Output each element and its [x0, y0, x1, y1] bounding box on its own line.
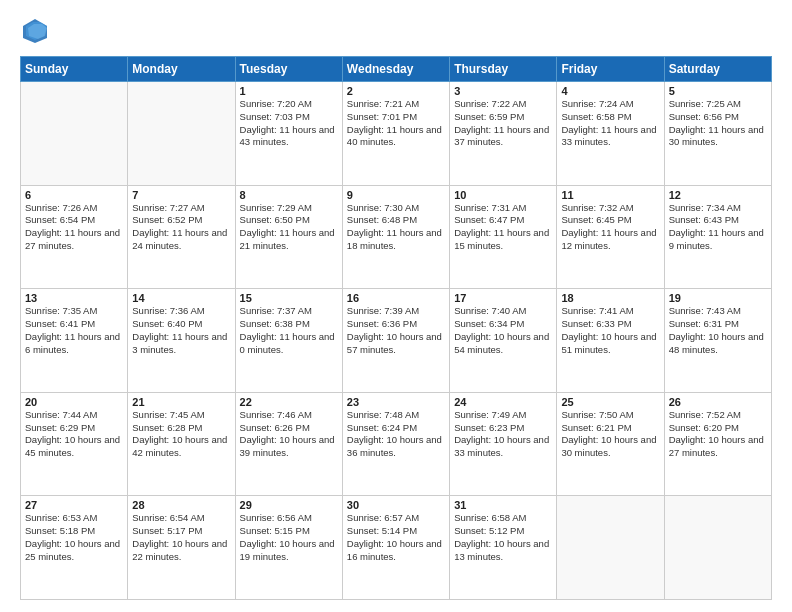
- calendar-cell: 14Sunrise: 7:36 AM Sunset: 6:40 PM Dayli…: [128, 289, 235, 393]
- day-header-monday: Monday: [128, 57, 235, 82]
- day-number: 14: [132, 292, 230, 304]
- day-detail: Sunrise: 7:25 AM Sunset: 6:56 PM Dayligh…: [669, 98, 767, 149]
- calendar-cell: 29Sunrise: 6:56 AM Sunset: 5:15 PM Dayli…: [235, 496, 342, 600]
- day-number: 22: [240, 396, 338, 408]
- calendar-header-row: SundayMondayTuesdayWednesdayThursdayFrid…: [21, 57, 772, 82]
- day-detail: Sunrise: 7:24 AM Sunset: 6:58 PM Dayligh…: [561, 98, 659, 149]
- day-header-friday: Friday: [557, 57, 664, 82]
- day-number: 6: [25, 189, 123, 201]
- day-detail: Sunrise: 7:34 AM Sunset: 6:43 PM Dayligh…: [669, 202, 767, 253]
- day-detail: Sunrise: 7:20 AM Sunset: 7:03 PM Dayligh…: [240, 98, 338, 149]
- day-number: 7: [132, 189, 230, 201]
- day-detail: Sunrise: 6:53 AM Sunset: 5:18 PM Dayligh…: [25, 512, 123, 563]
- day-detail: Sunrise: 7:32 AM Sunset: 6:45 PM Dayligh…: [561, 202, 659, 253]
- calendar-cell: 20Sunrise: 7:44 AM Sunset: 6:29 PM Dayli…: [21, 392, 128, 496]
- day-number: 16: [347, 292, 445, 304]
- day-number: 25: [561, 396, 659, 408]
- day-detail: Sunrise: 7:35 AM Sunset: 6:41 PM Dayligh…: [25, 305, 123, 356]
- day-number: 23: [347, 396, 445, 408]
- calendar-week-5: 27Sunrise: 6:53 AM Sunset: 5:18 PM Dayli…: [21, 496, 772, 600]
- calendar-cell: 10Sunrise: 7:31 AM Sunset: 6:47 PM Dayli…: [450, 185, 557, 289]
- calendar-cell: 12Sunrise: 7:34 AM Sunset: 6:43 PM Dayli…: [664, 185, 771, 289]
- page: SundayMondayTuesdayWednesdayThursdayFrid…: [0, 0, 792, 612]
- calendar-cell: 15Sunrise: 7:37 AM Sunset: 6:38 PM Dayli…: [235, 289, 342, 393]
- day-number: 10: [454, 189, 552, 201]
- day-number: 27: [25, 499, 123, 511]
- logo: [20, 16, 54, 46]
- day-detail: Sunrise: 7:29 AM Sunset: 6:50 PM Dayligh…: [240, 202, 338, 253]
- calendar-cell: 28Sunrise: 6:54 AM Sunset: 5:17 PM Dayli…: [128, 496, 235, 600]
- day-number: 3: [454, 85, 552, 97]
- calendar-cell: 26Sunrise: 7:52 AM Sunset: 6:20 PM Dayli…: [664, 392, 771, 496]
- day-detail: Sunrise: 7:36 AM Sunset: 6:40 PM Dayligh…: [132, 305, 230, 356]
- day-number: 17: [454, 292, 552, 304]
- day-number: 4: [561, 85, 659, 97]
- day-detail: Sunrise: 7:44 AM Sunset: 6:29 PM Dayligh…: [25, 409, 123, 460]
- day-detail: Sunrise: 7:46 AM Sunset: 6:26 PM Dayligh…: [240, 409, 338, 460]
- calendar-week-2: 6Sunrise: 7:26 AM Sunset: 6:54 PM Daylig…: [21, 185, 772, 289]
- calendar-cell: [557, 496, 664, 600]
- day-number: 31: [454, 499, 552, 511]
- calendar-cell: 6Sunrise: 7:26 AM Sunset: 6:54 PM Daylig…: [21, 185, 128, 289]
- calendar-cell: 22Sunrise: 7:46 AM Sunset: 6:26 PM Dayli…: [235, 392, 342, 496]
- calendar-table: SundayMondayTuesdayWednesdayThursdayFrid…: [20, 56, 772, 600]
- day-number: 11: [561, 189, 659, 201]
- day-detail: Sunrise: 7:43 AM Sunset: 6:31 PM Dayligh…: [669, 305, 767, 356]
- day-number: 5: [669, 85, 767, 97]
- day-detail: Sunrise: 7:50 AM Sunset: 6:21 PM Dayligh…: [561, 409, 659, 460]
- day-detail: Sunrise: 6:56 AM Sunset: 5:15 PM Dayligh…: [240, 512, 338, 563]
- calendar-cell: 16Sunrise: 7:39 AM Sunset: 6:36 PM Dayli…: [342, 289, 449, 393]
- calendar-cell: 23Sunrise: 7:48 AM Sunset: 6:24 PM Dayli…: [342, 392, 449, 496]
- calendar-week-1: 1Sunrise: 7:20 AM Sunset: 7:03 PM Daylig…: [21, 82, 772, 186]
- day-detail: Sunrise: 7:48 AM Sunset: 6:24 PM Dayligh…: [347, 409, 445, 460]
- day-number: 8: [240, 189, 338, 201]
- calendar-cell: 25Sunrise: 7:50 AM Sunset: 6:21 PM Dayli…: [557, 392, 664, 496]
- day-number: 29: [240, 499, 338, 511]
- day-header-thursday: Thursday: [450, 57, 557, 82]
- calendar-cell: 18Sunrise: 7:41 AM Sunset: 6:33 PM Dayli…: [557, 289, 664, 393]
- day-number: 2: [347, 85, 445, 97]
- day-header-tuesday: Tuesday: [235, 57, 342, 82]
- day-number: 12: [669, 189, 767, 201]
- day-number: 9: [347, 189, 445, 201]
- day-detail: Sunrise: 7:49 AM Sunset: 6:23 PM Dayligh…: [454, 409, 552, 460]
- day-number: 13: [25, 292, 123, 304]
- day-detail: Sunrise: 7:40 AM Sunset: 6:34 PM Dayligh…: [454, 305, 552, 356]
- day-detail: Sunrise: 7:39 AM Sunset: 6:36 PM Dayligh…: [347, 305, 445, 356]
- day-number: 24: [454, 396, 552, 408]
- day-header-sunday: Sunday: [21, 57, 128, 82]
- day-detail: Sunrise: 7:45 AM Sunset: 6:28 PM Dayligh…: [132, 409, 230, 460]
- calendar-cell: 4Sunrise: 7:24 AM Sunset: 6:58 PM Daylig…: [557, 82, 664, 186]
- calendar-cell: 30Sunrise: 6:57 AM Sunset: 5:14 PM Dayli…: [342, 496, 449, 600]
- day-number: 18: [561, 292, 659, 304]
- day-detail: Sunrise: 7:27 AM Sunset: 6:52 PM Dayligh…: [132, 202, 230, 253]
- day-detail: Sunrise: 7:37 AM Sunset: 6:38 PM Dayligh…: [240, 305, 338, 356]
- day-detail: Sunrise: 7:52 AM Sunset: 6:20 PM Dayligh…: [669, 409, 767, 460]
- calendar-cell: 24Sunrise: 7:49 AM Sunset: 6:23 PM Dayli…: [450, 392, 557, 496]
- day-number: 19: [669, 292, 767, 304]
- calendar-cell: 9Sunrise: 7:30 AM Sunset: 6:48 PM Daylig…: [342, 185, 449, 289]
- calendar-cell: [664, 496, 771, 600]
- calendar-cell: 11Sunrise: 7:32 AM Sunset: 6:45 PM Dayli…: [557, 185, 664, 289]
- calendar-cell: 31Sunrise: 6:58 AM Sunset: 5:12 PM Dayli…: [450, 496, 557, 600]
- day-detail: Sunrise: 6:54 AM Sunset: 5:17 PM Dayligh…: [132, 512, 230, 563]
- day-number: 1: [240, 85, 338, 97]
- calendar-week-4: 20Sunrise: 7:44 AM Sunset: 6:29 PM Dayli…: [21, 392, 772, 496]
- calendar-cell: [21, 82, 128, 186]
- day-number: 21: [132, 396, 230, 408]
- calendar-cell: 8Sunrise: 7:29 AM Sunset: 6:50 PM Daylig…: [235, 185, 342, 289]
- day-number: 26: [669, 396, 767, 408]
- day-detail: Sunrise: 7:30 AM Sunset: 6:48 PM Dayligh…: [347, 202, 445, 253]
- calendar-cell: 19Sunrise: 7:43 AM Sunset: 6:31 PM Dayli…: [664, 289, 771, 393]
- calendar-cell: 1Sunrise: 7:20 AM Sunset: 7:03 PM Daylig…: [235, 82, 342, 186]
- calendar-cell: 21Sunrise: 7:45 AM Sunset: 6:28 PM Dayli…: [128, 392, 235, 496]
- calendar-cell: 2Sunrise: 7:21 AM Sunset: 7:01 PM Daylig…: [342, 82, 449, 186]
- header: [20, 16, 772, 46]
- calendar-cell: [128, 82, 235, 186]
- calendar-cell: 17Sunrise: 7:40 AM Sunset: 6:34 PM Dayli…: [450, 289, 557, 393]
- calendar-week-3: 13Sunrise: 7:35 AM Sunset: 6:41 PM Dayli…: [21, 289, 772, 393]
- day-number: 20: [25, 396, 123, 408]
- day-detail: Sunrise: 7:22 AM Sunset: 6:59 PM Dayligh…: [454, 98, 552, 149]
- day-number: 28: [132, 499, 230, 511]
- day-detail: Sunrise: 6:57 AM Sunset: 5:14 PM Dayligh…: [347, 512, 445, 563]
